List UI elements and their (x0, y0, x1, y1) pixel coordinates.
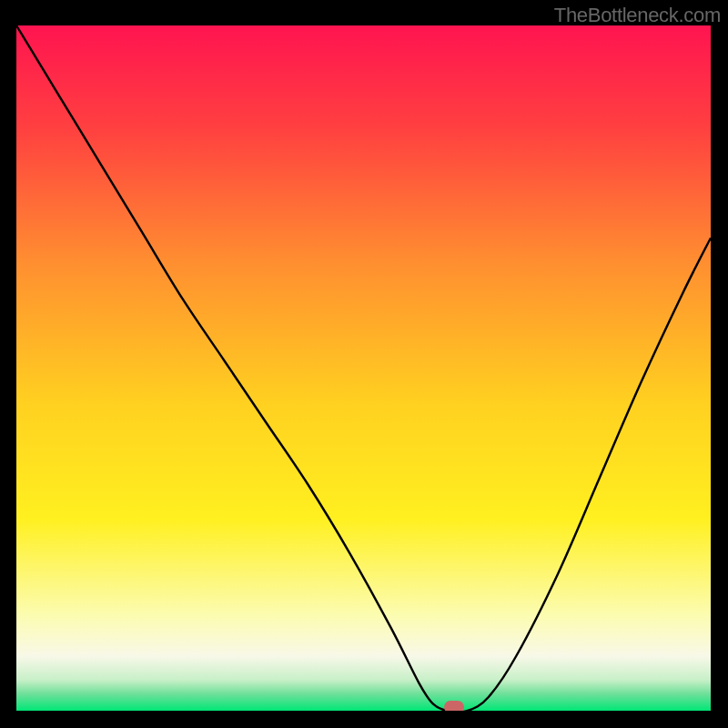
bottleneck-curve (16, 25, 711, 711)
watermark-text: TheBottleneck.com (554, 4, 721, 27)
plot-area (16, 25, 711, 711)
chart-container: TheBottleneck.com (0, 0, 728, 728)
optimal-point-marker (444, 701, 464, 711)
curve-layer (16, 25, 711, 711)
